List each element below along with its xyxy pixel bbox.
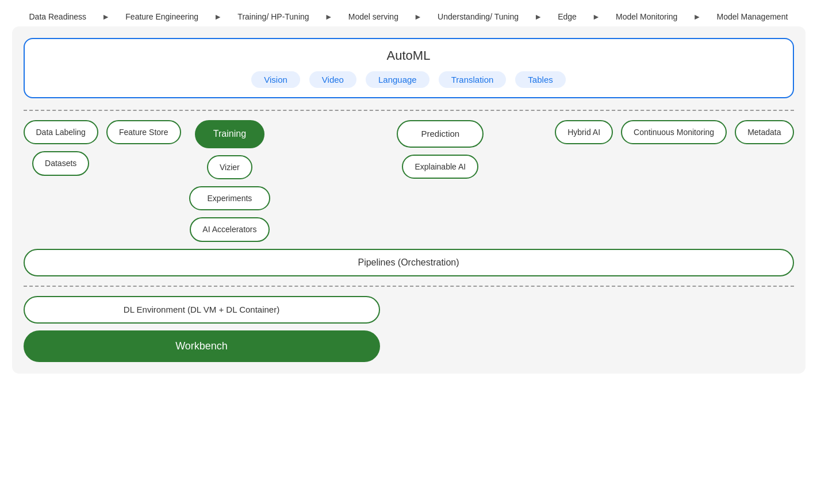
automl-chips: Vision Video Language Translation Tables <box>39 71 779 88</box>
automl-title: AutoML <box>39 48 779 63</box>
node-ai-accelerators[interactable]: AI Accelerators <box>190 217 269 241</box>
node-pipelines[interactable]: Pipelines (Orchestration) <box>24 249 794 277</box>
node-experiments[interactable]: Experiments <box>189 186 271 210</box>
node-workbench[interactable]: Workbench <box>24 330 380 362</box>
arrow-icon-4: ► <box>414 12 422 21</box>
step-data-readiness: Data Readiness <box>29 11 87 22</box>
step-feature-engineering: Feature Engineering <box>125 11 198 22</box>
step-model-monitoring: Model Monitoring <box>616 11 677 22</box>
node-explainable-ai[interactable]: Explainable AI <box>402 155 478 179</box>
node-metadata[interactable]: Metadata <box>735 120 793 144</box>
node-prediction[interactable]: Prediction <box>397 120 484 148</box>
arrow-icon-3: ► <box>325 12 333 21</box>
arrow-icon-6: ► <box>592 12 600 21</box>
step-edge: Edge <box>558 11 577 22</box>
main-area: AutoML Vision Video Language Translation… <box>12 26 806 374</box>
node-data-labeling[interactable]: Data Labeling <box>24 120 98 144</box>
arrow-icon-7: ► <box>693 12 701 21</box>
node-vizier[interactable]: Vizier <box>207 155 252 179</box>
step-model-serving: Model serving <box>348 11 398 22</box>
arrow-icon-1: ► <box>102 12 110 21</box>
node-continuous-monitoring[interactable]: Continuous Monitoring <box>621 120 727 144</box>
arrow-icon-5: ► <box>534 12 542 21</box>
dashed-divider-1 <box>24 110 794 111</box>
diagram-wrapper: Data Readiness ► Feature Engineering ► T… <box>12 11 806 374</box>
step-understanding: Understanding/ Tuning <box>438 11 519 22</box>
dashed-divider-2 <box>24 286 794 287</box>
chip-vision[interactable]: Vision <box>251 71 300 88</box>
bottom-section: DL Environment (DL VM + DL Container) Wo… <box>24 296 794 362</box>
pipelines-row: Pipelines (Orchestration) <box>24 249 794 277</box>
step-training-hp: Training/ HP-Tuning <box>237 11 309 22</box>
chip-video[interactable]: Video <box>309 71 356 88</box>
node-datasets[interactable]: Datasets <box>32 151 89 175</box>
nodes-section: Data Labeling Datasets Feature Store Tra… <box>24 120 794 276</box>
chip-language[interactable]: Language <box>366 71 429 88</box>
step-model-management: Model Management <box>717 11 788 22</box>
node-dl-environment[interactable]: DL Environment (DL VM + DL Container) <box>24 296 380 324</box>
node-feature-store[interactable]: Feature Store <box>106 120 181 144</box>
chip-tables[interactable]: Tables <box>515 71 565 88</box>
arrow-icon-2: ► <box>214 12 222 21</box>
node-training[interactable]: Training <box>195 120 264 148</box>
dl-env-row: DL Environment (DL VM + DL Container) <box>24 296 794 324</box>
automl-section: AutoML Vision Video Language Translation… <box>24 38 794 98</box>
chip-translation[interactable]: Translation <box>439 71 507 88</box>
workbench-row: Workbench <box>24 330 794 362</box>
pipeline-header: Data Readiness ► Feature Engineering ► T… <box>12 11 806 22</box>
node-hybrid-ai[interactable]: Hybrid AI <box>555 120 613 144</box>
